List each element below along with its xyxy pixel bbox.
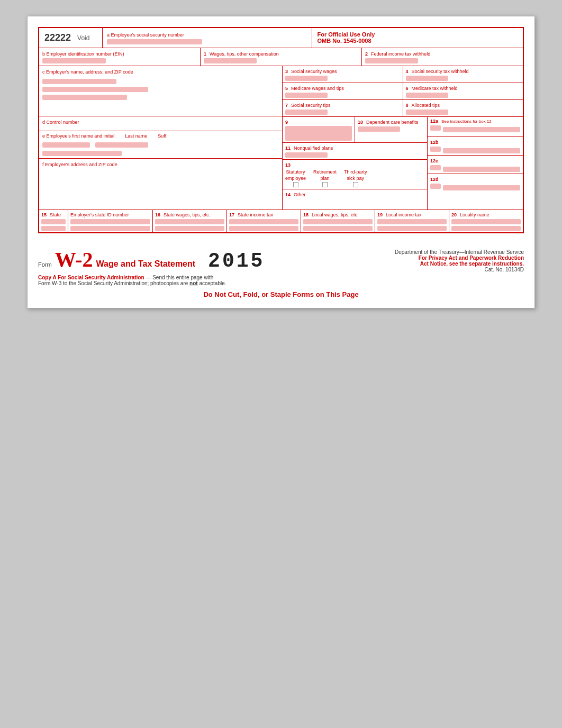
ssn-field: a Employee's social security number	[103, 28, 312, 48]
box12d-code	[430, 184, 441, 189]
copy-notice-2: — Send this entire page with	[146, 275, 213, 280]
box2-cell: 2 Federal income tax withheld	[362, 48, 523, 66]
box13-employee-label: employee	[285, 176, 306, 181]
box19-value	[377, 219, 447, 224]
box5-value	[285, 93, 328, 98]
box14-label: Other	[294, 192, 306, 197]
box13-statutory-checkbox[interactable]	[293, 182, 298, 187]
official-use-block: For Official Use Only OMB No. 1545-0008	[312, 28, 523, 48]
box12b-value	[443, 148, 520, 153]
employee-lastname-label: Last name	[125, 133, 147, 139]
box13-cell: 13 Statutory employee Retirement plan	[283, 160, 427, 189]
box15b-cell: Employer's state ID number	[68, 210, 153, 232]
box7-label: Social security tips	[291, 103, 331, 108]
employer-name-line2	[42, 87, 148, 92]
right-section: 3 Social security wages 4 Social securit…	[283, 66, 523, 210]
employer-name-label: c Employer's name, address, and ZIP code	[42, 69, 133, 75]
box12b-code	[430, 147, 441, 152]
box12a-value	[443, 127, 520, 132]
box10-num: 10	[358, 120, 363, 125]
box12c-num: 12c	[430, 158, 438, 163]
box7-cell: 7 Social security tips	[283, 100, 403, 116]
box19-cell: 19 Local income tax	[375, 210, 449, 232]
w2-form: 22222 Void a Employee's social security …	[38, 27, 524, 233]
box19-num: 19	[377, 212, 383, 217]
box12d-num: 12d	[430, 177, 439, 182]
employer-name-line1	[42, 79, 116, 84]
box12c-value	[443, 167, 520, 172]
employee-address-cell: f Employee's address and ZIP code	[39, 159, 282, 169]
box20-value2	[451, 226, 521, 231]
employee-address-label: f Employee's address and ZIP code	[42, 162, 117, 167]
box20-value	[451, 219, 521, 224]
box15-num: 15	[41, 212, 47, 217]
box20-num: 20	[451, 212, 457, 217]
box16-label: State wages, tips, etc.	[164, 212, 210, 217]
privacy-label: For Privacy Act and Paperwork Reduction	[395, 255, 524, 261]
box8-num: 8	[406, 103, 409, 108]
box4-cell: 4 Social security tax withheld	[403, 66, 523, 83]
box6-cell: 6 Medicare tax withheld	[403, 83, 523, 99]
box16-cell: 16 State wages, tips, etc.	[153, 210, 227, 232]
box10-value	[358, 126, 400, 132]
box3-cell: 3 Social security wages	[283, 66, 403, 83]
row-7-8: 7 Social security tips 8 Allocated tips	[283, 100, 523, 117]
box15-state-label: State	[50, 212, 61, 217]
box2-label: Federal income tax withheld	[371, 51, 430, 57]
boxes-9-14: 9 10 Dependent care benefits	[283, 117, 428, 210]
box11-value	[285, 152, 328, 158]
box6-num: 6	[406, 86, 409, 91]
box8-cell: 8 Allocated tips	[403, 100, 523, 116]
box12c-cell: 12c	[428, 156, 523, 174]
box1-value	[204, 58, 257, 63]
employee-lastname-value	[95, 142, 148, 148]
box18-num: 18	[303, 212, 309, 217]
box18-value	[303, 219, 373, 224]
box19-value2	[377, 226, 447, 231]
box2-num: 2	[365, 51, 368, 57]
left-section: c Employer's name, address, and ZIP code…	[39, 66, 283, 210]
ssn-value	[107, 39, 202, 44]
employer-name-cell: c Employer's name, address, and ZIP code	[39, 66, 282, 116]
copy-notice: Copy A For Social Security Administratio…	[28, 275, 534, 288]
footer: Form W-2 Wage and Tax Statement 2015 Dep…	[28, 244, 534, 275]
box13-thirdparty-label: Third-party	[344, 169, 367, 175]
box1-label: Wages, tips, other compensation	[210, 51, 279, 57]
box15-state-cell: 15 State	[39, 210, 68, 232]
box13-retirement-checkbox[interactable]	[322, 182, 328, 187]
employee-firstname-label: e Employee's first name and initial	[42, 133, 114, 139]
box12d-value	[443, 185, 520, 190]
box4-num: 4	[406, 69, 409, 74]
box13-retirement-label: Retirement	[313, 169, 337, 175]
copy-a-label: Copy A For Social Security Administratio…	[38, 275, 144, 280]
w2-form-page: 22222 Void a Employee's social security …	[27, 16, 535, 308]
box5-cell: 5 Medicare wages and tips	[283, 83, 403, 99]
void-label: Void	[77, 34, 89, 42]
box6-value	[406, 93, 448, 98]
box16-num: 16	[155, 212, 160, 217]
w2-logo: W-2	[55, 249, 93, 270]
row-9-10: 9 10 Dependent care benefits	[283, 117, 427, 143]
box7-value	[285, 110, 328, 115]
employee-name-extra	[42, 151, 122, 156]
control-number-label: d Control number	[42, 120, 79, 125]
box4-value	[406, 76, 448, 81]
box19-label: Local income tax	[386, 212, 422, 217]
box12b-cell: 12b	[428, 137, 523, 156]
box6-label: Medicare tax withheld	[412, 86, 458, 91]
box14-num: 14	[285, 192, 291, 197]
box15b-label: Employer's state ID number	[70, 212, 129, 217]
box8-value	[406, 110, 448, 115]
box15-state-value2	[41, 226, 66, 231]
box13-sickpay-label: sick pay	[347, 176, 365, 181]
copy-notice-not: not	[189, 280, 198, 286]
box18-cell: 18 Local wages, tips, etc.	[301, 210, 375, 232]
box13-thirdparty-checkbox[interactable]	[353, 182, 358, 187]
box10-cell: 10 Dependent care benefits	[355, 117, 427, 142]
box11-num: 11	[285, 145, 291, 151]
form-title-block: Form W-2 Wage and Tax Statement 2015	[38, 249, 265, 272]
box14-cell: 14 Other	[283, 189, 427, 210]
state-row: 15 State Employer's state ID number 16 S…	[39, 210, 523, 232]
row-b-main: b Employer identification number (EIN) 1…	[39, 48, 523, 66]
box3-num: 3	[285, 69, 288, 74]
